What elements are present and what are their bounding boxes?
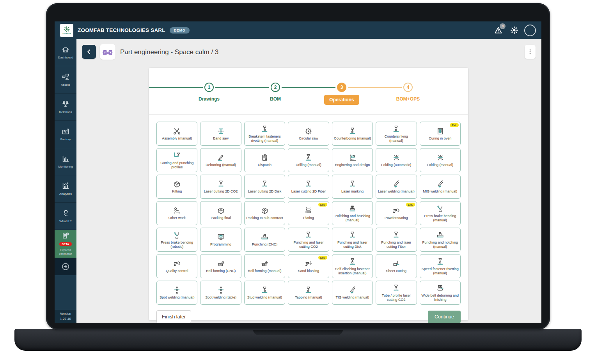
op-rollers-icon <box>260 259 269 268</box>
op-pen-icon <box>216 153 225 162</box>
operation-press-brake-bending-manual[interactable]: Press brake bending (manual) <box>420 201 461 225</box>
operation-packing-final[interactable]: Packing final <box>200 201 241 225</box>
operation-laser-welding-manual[interactable]: Laser welding (manual) <box>376 175 417 199</box>
operation-drilling-manual[interactable]: Drilling (manual) <box>288 148 329 172</box>
operation-kitting[interactable]: Kitting <box>156 175 197 199</box>
more-options-button[interactable] <box>525 45 536 59</box>
operation-label: Press brake bending (manual) <box>420 214 460 223</box>
sidebar-item-label: Analytics <box>59 192 72 196</box>
back-button[interactable] <box>82 45 96 59</box>
operation-wide-belt-deburring-and-linishing[interactable]: Wide belt deburring and linishing <box>420 281 461 305</box>
sidebar-item-relations[interactable]: Relations <box>55 94 76 121</box>
operation-laser-cutting-2d-fiber[interactable]: Laser cutting 2D Fiber <box>288 175 329 199</box>
operation-label: Polishing and brushing (manual) <box>332 214 372 223</box>
panel-footer: Finish later Continue <box>149 305 468 323</box>
operation-punching-and-laser-cutting-disk[interactable]: Punching and laser cutting Disk <box>332 228 373 252</box>
operation-press-brake-bending-robotic[interactable]: Press brake bending (robotic) <box>156 228 197 252</box>
operation-roll-forming-manual[interactable]: Roll forming (manual) <box>244 254 285 278</box>
operation-punching-and-laser-cutting-co2[interactable]: Punching and laser cutting CO2 <box>288 228 329 252</box>
op-plate-icon <box>304 206 313 215</box>
operation-countersinking-manual[interactable]: Countersinking (manual) <box>376 122 417 146</box>
operation-speed-fastener-rivetting-manual[interactable]: Speed fastener rivetting (manual) <box>420 254 461 278</box>
operation-packing-to-sub-contract[interactable]: Packing to sub-contract <box>244 201 285 225</box>
operation-folding-manual[interactable]: Folding (manual) <box>420 148 461 172</box>
operation-label: Enginering and design <box>334 163 371 167</box>
operation-enginering-and-design[interactable]: Enginering and design <box>332 148 373 172</box>
operation-assembly-manual[interactable]: Assembly (manual) <box>156 122 197 146</box>
finish-later-button[interactable]: Finish later <box>156 310 191 323</box>
ic-home-icon <box>61 45 70 54</box>
settings-button[interactable] <box>508 25 520 36</box>
version-label: Version <box>55 311 76 316</box>
op-spot-icon <box>172 286 181 295</box>
sidebar-item-what-if[interactable]: What if ? <box>55 203 76 230</box>
sidebar-item-monitoring[interactable]: Monitoring <box>55 148 76 175</box>
operation-spot-welding-manual[interactable]: Spot welding (manual) <box>156 281 197 305</box>
operation-circular-saw[interactable]: Circular saw <box>288 122 329 146</box>
operation-self-clinching-fastener-insertion-manual[interactable]: Self-clinching fastener insertion (manua… <box>332 254 373 278</box>
operation-polishing-and-brushing-manual[interactable]: Polishing and brushing (manual) <box>332 201 373 225</box>
step-label: Drawings <box>199 96 220 102</box>
sidebar-item-assets[interactable]: Assets <box>55 66 76 94</box>
operation-label: Powdercoating <box>383 216 409 220</box>
operation-tig-welding-manual[interactable]: TIG welding (manual) <box>332 281 373 305</box>
step-bom[interactable]: 2 BOM <box>242 83 309 105</box>
sidebar-item-analytics[interactable]: Analytics <box>55 175 76 203</box>
user-avatar[interactable] <box>524 25 536 36</box>
operation-cutting-and-punching-profiles[interactable]: Cutting and punching profiles <box>156 148 197 172</box>
operation-label: Counterboring (manual) <box>333 136 372 141</box>
sidebar-item-express-estimator[interactable]: BETA Express estimator <box>55 230 76 258</box>
sidebar-expand-button[interactable] <box>55 258 76 275</box>
operation-counterboring-manual[interactable]: Counterboring (manual) <box>332 122 373 146</box>
operation-folding-automatic[interactable]: Folding (automatic) <box>376 148 417 172</box>
operation-programming[interactable]: Programming <box>200 228 241 252</box>
operation-sand-blasting[interactable]: Ext. Sand blasting <box>288 254 329 278</box>
beta-badge: BETA <box>59 242 72 246</box>
operation-label: Cutting and punching profiles <box>157 161 197 170</box>
operation-label: Plating <box>302 216 315 220</box>
operation-dispatch[interactable]: Dispatch <box>244 148 285 172</box>
op-clipboard-icon <box>260 153 269 162</box>
operation-tube-profile-laser-cutting-co2[interactable]: Tube / profile laser cutting CO2 <box>376 281 417 305</box>
company-name: ZOOMFAB TECHNOLOGIES SARL <box>78 27 165 33</box>
operation-label: Roll forming (CNC) <box>205 269 237 273</box>
operation-label: Folding (manual) <box>426 163 455 167</box>
operation-sheet-cutting[interactable]: Sheet cutting <box>376 254 417 278</box>
op-box-icon <box>260 206 269 215</box>
sidebar-item-label: Monitoring <box>58 165 73 169</box>
operation-roll-forming-cnc[interactable]: Roll forming (CNC) <box>200 254 241 278</box>
operation-deburring-manual[interactable]: Deburring (manual) <box>200 148 241 172</box>
step-bom-ops[interactable]: 4 BOM+OPS <box>375 83 441 105</box>
operation-punching-cnc[interactable]: Punching (CNC) <box>244 228 285 252</box>
operation-label: TIG welding (manual) <box>334 295 370 300</box>
sidebar-item-dashboard[interactable]: Dashboard <box>55 39 76 66</box>
op-ruler-icon <box>348 153 357 162</box>
operation-spot-welding-table[interactable]: Spot welding (table) <box>200 281 241 305</box>
op-oven-icon <box>436 127 445 136</box>
op-press-icon <box>392 125 401 134</box>
operation-mig-welding-manual[interactable]: MIG welding (manual) <box>420 175 461 199</box>
step-operations[interactable]: 3 Operations <box>309 83 375 105</box>
operation-band-saw[interactable]: Band saw <box>200 122 241 146</box>
operation-quality-control[interactable]: Quality control <box>156 254 197 278</box>
operation-punching-and-laser-cutting-fiber[interactable]: Punching and laser cutting Fiber <box>376 228 417 252</box>
operation-powdercoating[interactable]: Ext. Powdercoating <box>376 201 417 225</box>
operation-label: Laser cutting 2D CO2 <box>203 189 239 194</box>
operation-stud-welding-manual[interactable]: Stud welding (manual) <box>244 281 285 305</box>
operation-punching-and-notching-manual[interactable]: Punching and notching (manual) <box>420 228 461 252</box>
operation-tapping-manual[interactable]: Tapping (manual) <box>288 281 329 305</box>
operation-label: Punching and laser cutting Disk <box>332 240 372 249</box>
notifications-button[interactable]: 0 <box>492 25 504 36</box>
operation-laser-cutting-2d-co2[interactable]: Laser cutting 2D CO2 <box>200 175 241 199</box>
step-drawings[interactable]: 1 Drawings <box>176 83 242 105</box>
operation-curing-in-oven[interactable]: Ext. Curing in oven <box>420 122 461 146</box>
continue-button[interactable]: Continue <box>428 311 461 323</box>
op-spray-icon <box>304 259 313 268</box>
operation-plating[interactable]: Ext. Plating <box>288 201 329 225</box>
operation-laser-marking[interactable]: Laser marking <box>332 175 373 199</box>
operation-other-work[interactable]: Other work <box>156 201 197 225</box>
operation-laser-cutting-2d-disk[interactable]: Laser cutting 2D Disk <box>244 175 285 199</box>
operation-label: Programming <box>209 242 232 247</box>
operation-breakstem-fasteners-rivetting-manual[interactable]: Breakstem fasteners rivetting (manual) <box>244 122 285 146</box>
sidebar-item-factory[interactable]: Factory <box>55 121 76 148</box>
